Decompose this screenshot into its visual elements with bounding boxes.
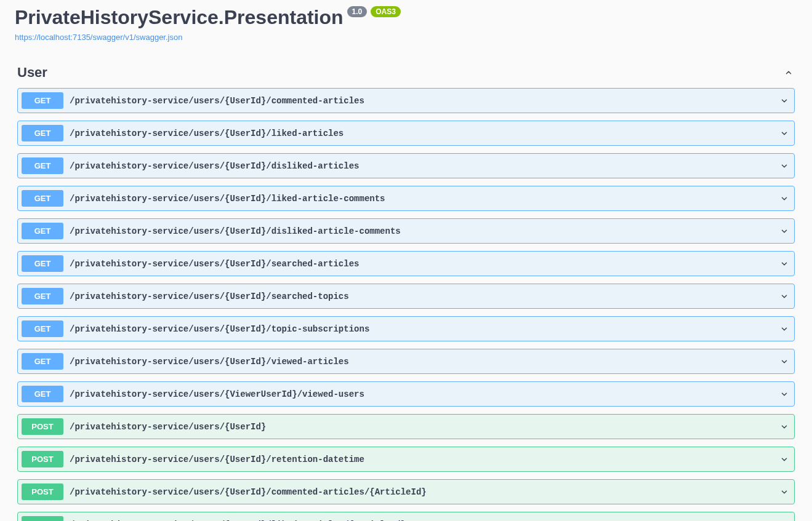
tag-name: User bbox=[17, 65, 47, 81]
chevron-down-icon bbox=[778, 160, 790, 172]
operation-row[interactable]: GET/privatehistory-service/users/{UserId… bbox=[17, 349, 795, 374]
operation-row[interactable]: GET/privatehistory-service/users/{UserId… bbox=[17, 284, 795, 309]
chevron-down-icon bbox=[778, 225, 790, 237]
operation-row[interactable]: GET/privatehistory-service/users/{UserId… bbox=[17, 121, 795, 146]
chevron-down-icon bbox=[778, 453, 790, 466]
chevron-down-icon bbox=[778, 486, 790, 498]
method-badge: POST bbox=[22, 418, 63, 435]
operation-path: /privatehistory-service/users/{UserId}/l… bbox=[70, 129, 778, 138]
api-header: PrivateHistoryService.Presentation 1.0 O… bbox=[15, 6, 797, 42]
operation-row[interactable]: POST/privatehistory-service/users/{UserI… bbox=[17, 447, 795, 472]
spec-link[interactable]: https://localhost:7135/swagger/v1/swagge… bbox=[15, 33, 182, 42]
tag-header[interactable]: User bbox=[15, 60, 797, 88]
method-badge: GET bbox=[22, 190, 63, 207]
operation-row[interactable]: POST/privatehistory-service/users/{UserI… bbox=[17, 479, 795, 504]
tag-section-user: User GET/privatehistory-service/users/{U… bbox=[15, 60, 797, 521]
method-badge: GET bbox=[22, 157, 63, 174]
operation-path: /privatehistory-service/users/{UserId}/t… bbox=[70, 324, 778, 334]
operation-row[interactable]: POST/privatehistory-service/users/{UserI… bbox=[17, 512, 795, 521]
method-badge: GET bbox=[22, 320, 63, 337]
operation-row[interactable]: POST/privatehistory-service/users/{UserI… bbox=[17, 414, 795, 439]
operations-list: GET/privatehistory-service/users/{UserId… bbox=[15, 88, 797, 521]
chevron-up-icon bbox=[782, 66, 795, 79]
chevron-down-icon bbox=[778, 388, 790, 400]
chevron-down-icon bbox=[778, 323, 790, 335]
method-badge: GET bbox=[22, 386, 63, 402]
operation-path: /privatehistory-service/users/{UserId}/d… bbox=[70, 161, 778, 171]
operation-path: /privatehistory-service/users/{UserId}/s… bbox=[70, 259, 778, 269]
operation-row[interactable]: GET/privatehistory-service/users/{UserId… bbox=[17, 88, 795, 113]
operation-row[interactable]: GET/privatehistory-service/users/{UserId… bbox=[17, 186, 795, 211]
chevron-down-icon bbox=[778, 519, 790, 522]
chevron-down-icon bbox=[778, 421, 790, 433]
operation-path: /privatehistory-service/users/{UserId}/c… bbox=[70, 487, 778, 497]
chevron-down-icon bbox=[778, 95, 790, 107]
operation-path: /privatehistory-service/users/{UserId}/s… bbox=[70, 292, 778, 301]
version-badge: 1.0 bbox=[347, 6, 368, 17]
method-badge: GET bbox=[22, 92, 63, 109]
method-badge: GET bbox=[22, 353, 63, 370]
method-badge: POST bbox=[22, 451, 63, 467]
operation-row[interactable]: GET/privatehistory-service/users/{UserId… bbox=[17, 218, 795, 244]
chevron-down-icon bbox=[778, 356, 790, 368]
operation-path: /privatehistory-service/users/{ViewerUse… bbox=[70, 389, 778, 399]
operation-path: /privatehistory-service/users/{UserId}/c… bbox=[70, 96, 778, 106]
api-title: PrivateHistoryService.Presentation bbox=[15, 6, 344, 29]
chevron-down-icon bbox=[778, 258, 790, 270]
oas-badge: OAS3 bbox=[371, 6, 401, 17]
chevron-down-icon bbox=[778, 290, 790, 303]
method-badge: GET bbox=[22, 223, 63, 239]
method-badge: GET bbox=[22, 255, 63, 272]
method-badge: POST bbox=[22, 516, 63, 521]
operation-row[interactable]: GET/privatehistory-service/users/{UserId… bbox=[17, 153, 795, 178]
chevron-down-icon bbox=[778, 193, 790, 205]
operation-path: /privatehistory-service/users/{UserId}/v… bbox=[70, 357, 778, 367]
operation-row[interactable]: GET/privatehistory-service/users/{UserId… bbox=[17, 251, 795, 276]
operation-path: /privatehistory-service/users/{UserId}/d… bbox=[70, 226, 778, 236]
operation-row[interactable]: GET/privatehistory-service/users/{UserId… bbox=[17, 316, 795, 341]
method-badge: GET bbox=[22, 125, 63, 141]
operation-row[interactable]: GET/privatehistory-service/users/{Viewer… bbox=[17, 381, 795, 407]
chevron-down-icon bbox=[778, 127, 790, 140]
operation-path: /privatehistory-service/users/{UserId} bbox=[70, 422, 778, 432]
operation-path: /privatehistory-service/users/{UserId}/l… bbox=[70, 194, 778, 204]
operation-path: /privatehistory-service/users/{UserId}/r… bbox=[70, 455, 778, 464]
method-badge: GET bbox=[22, 288, 63, 304]
method-badge: POST bbox=[22, 483, 63, 500]
